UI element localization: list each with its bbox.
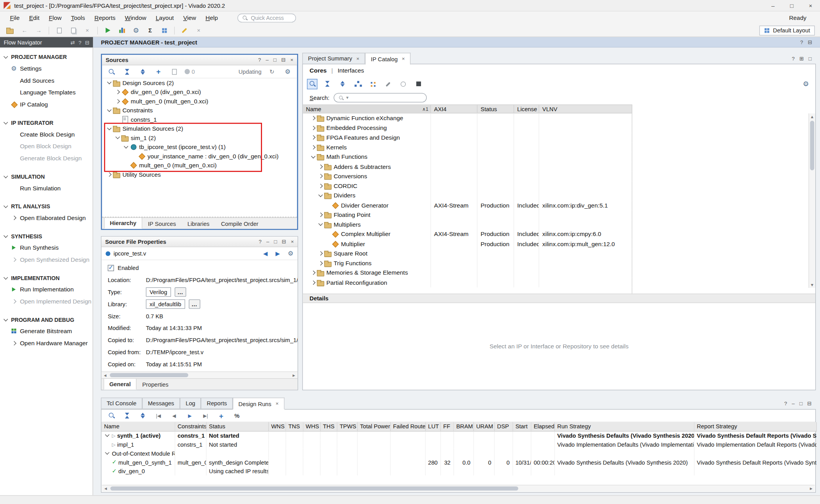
help-icon[interactable]: ?: [792, 56, 795, 62]
close-icon[interactable]: ×: [801, 0, 820, 11]
tab-hierarchy[interactable]: Hierarchy: [104, 217, 142, 229]
open-project-icon[interactable]: [5, 25, 16, 35]
play-run-icon[interactable]: ▶: [185, 410, 195, 421]
column-failed-routes[interactable]: Failed Routes: [390, 422, 425, 431]
undo-icon[interactable]: ←: [20, 25, 30, 35]
search-icon[interactable]: [106, 66, 117, 77]
catalog-row-trig-functions[interactable]: Trig Functions: [303, 258, 632, 268]
maximize-icon[interactable]: □: [808, 56, 811, 62]
tab-ip-catalog[interactable]: IP Catalog ×: [365, 53, 411, 65]
expander-icon[interactable]: [310, 279, 316, 286]
sidebar-item-open-hardware-manager[interactable]: Open Hardware Manager: [0, 337, 93, 349]
column-name[interactable]: Name∧1: [303, 105, 431, 113]
settings-gear-icon[interactable]: ⚙: [131, 25, 141, 35]
catalog-row-square-root[interactable]: Square Root: [303, 249, 632, 259]
sidebar-item-settings[interactable]: ⚙Settings: [0, 62, 93, 74]
pending-icon[interactable]: [398, 79, 408, 89]
expander-icon[interactable]: [317, 260, 324, 266]
tree-item-sim-1[interactable]: sim_1 (2): [102, 133, 297, 142]
copy-icon[interactable]: [54, 25, 64, 35]
scroll-left-icon[interactable]: ◄: [102, 373, 109, 378]
maximize-icon[interactable]: □: [274, 239, 277, 245]
column-tpws[interactable]: TPWS: [337, 422, 357, 431]
close-icon[interactable]: ×: [276, 401, 279, 406]
maximize-icon[interactable]: □: [783, 0, 801, 11]
run-row-synth-1[interactable]: ▷synth_1 (active) constrs_1Not started V…: [102, 431, 816, 440]
fn-section-header[interactable]: PROGRAM AND DEBUG: [0, 314, 93, 325]
expand-all-icon[interactable]: [337, 79, 348, 89]
horizontal-scrollbar[interactable]: ◄ ►: [102, 371, 298, 378]
column-dsp[interactable]: DSP: [494, 422, 513, 431]
column-vlnv[interactable]: VLNV: [539, 105, 632, 113]
gear-icon[interactable]: ⚙: [282, 66, 293, 77]
refresh-icon[interactable]: ↻: [267, 66, 277, 77]
column-name[interactable]: Name: [102, 422, 175, 431]
tab-log[interactable]: Log: [180, 398, 201, 409]
catalog-row-kernels[interactable]: Kernels: [303, 142, 632, 152]
sidebar-item-language-templates[interactable]: Language Templates: [0, 86, 93, 98]
layout-select[interactable]: Default Layout: [759, 25, 815, 35]
column-total-power[interactable]: Total Power: [357, 422, 390, 431]
sidebar-item-run-simulation[interactable]: Run Simulation: [0, 182, 93, 194]
expander-icon[interactable]: [104, 450, 111, 456]
catalog-row-fpga-features[interactable]: FPGA Features and Design: [303, 133, 632, 142]
tree-item-mult-gen-0[interactable]: mult_gen_0 (mult_gen_0.xci): [102, 97, 297, 106]
maximize-icon[interactable]: □: [273, 57, 276, 63]
expander-icon[interactable]: [106, 126, 112, 132]
search-icon[interactable]: [307, 79, 317, 89]
tab-tcl-console[interactable]: Tcl Console: [101, 398, 142, 409]
maximize-icon[interactable]: □: [799, 401, 802, 406]
expander-icon[interactable]: [114, 98, 121, 104]
percent-icon[interactable]: %: [232, 410, 242, 421]
collapse-all-icon[interactable]: [122, 66, 132, 77]
close-icon[interactable]: ×: [357, 56, 360, 62]
collapse-all-icon[interactable]: [322, 79, 333, 89]
dock-icon[interactable]: ⇄: [70, 39, 75, 45]
expander-icon[interactable]: [317, 192, 324, 199]
expander-icon[interactable]: [310, 270, 316, 276]
scroll-left-icon[interactable]: ◄: [102, 486, 109, 491]
horizontal-scrollbar[interactable]: ◄ ►: [102, 485, 815, 492]
sidebar-item-open-elaborated-design[interactable]: Open Elaborated Design: [0, 211, 93, 224]
vertical-scrollbar[interactable]: ▲ ▼: [809, 114, 815, 288]
scroll-thumb[interactable]: [110, 373, 188, 377]
sidebar-item-generate-bitstream[interactable]: Generate Bitstream: [0, 325, 93, 337]
close-icon[interactable]: ×: [291, 239, 294, 245]
expander-icon[interactable]: [310, 154, 316, 160]
menu-edit[interactable]: Edit: [24, 13, 44, 22]
expander-icon[interactable]: [106, 107, 112, 114]
column-run-strategy[interactable]: Run Strategy: [554, 422, 694, 431]
catalog-row-math-functions[interactable]: Math Functions: [303, 152, 632, 162]
tree-item-sim-mult-gen-0[interactable]: mult_gen_0 (mult_gen_0.xci): [102, 161, 297, 170]
expander-icon[interactable]: [104, 433, 111, 439]
collapse-icon[interactable]: ⊟: [807, 401, 811, 406]
quick-access-search[interactable]: Quick Access: [237, 13, 296, 22]
fn-section-header[interactable]: PROJECT MANAGER: [0, 52, 93, 62]
sidebar-item-run-implementation[interactable]: Run Implementation: [0, 283, 93, 295]
paste-icon[interactable]: [68, 25, 78, 35]
float-icon[interactable]: ⊞: [799, 56, 804, 62]
help-icon[interactable]: ?: [258, 57, 261, 63]
search-input[interactable]: ▾: [333, 93, 426, 102]
type-combobox[interactable]: Verilog: [146, 287, 171, 296]
column-axi4[interactable]: AXI4: [431, 105, 478, 113]
tab-libraries[interactable]: Libraries: [182, 218, 215, 229]
expander-icon[interactable]: [310, 144, 316, 150]
column-uram[interactable]: URAM: [473, 422, 494, 431]
last-run-icon[interactable]: ▶|: [200, 410, 211, 421]
collapse-icon[interactable]: ⊟: [281, 57, 285, 63]
sum-icon[interactable]: Σ: [145, 25, 155, 35]
view-interfaces[interactable]: Interfaces: [338, 67, 364, 74]
run-row-ooc-group[interactable]: Out-of-Context Module Runs: [102, 449, 816, 458]
sidebar-item-generate-block-design[interactable]: Generate Block Design: [0, 152, 93, 164]
add-sources-icon[interactable]: +: [153, 66, 164, 77]
help-icon[interactable]: ?: [78, 39, 81, 45]
generate-bitstream-icon[interactable]: [117, 25, 127, 35]
redo-icon[interactable]: →: [34, 25, 44, 35]
create-run-icon[interactable]: +: [216, 410, 226, 421]
catalog-row-memories-storage[interactable]: Memories & Storage Elements: [303, 268, 632, 278]
gear-icon[interactable]: ⚙: [800, 79, 811, 89]
menu-help[interactable]: Help: [201, 13, 223, 22]
menu-reports[interactable]: Reports: [90, 13, 120, 22]
catalog-row-floating-point[interactable]: Floating Point: [303, 210, 632, 220]
